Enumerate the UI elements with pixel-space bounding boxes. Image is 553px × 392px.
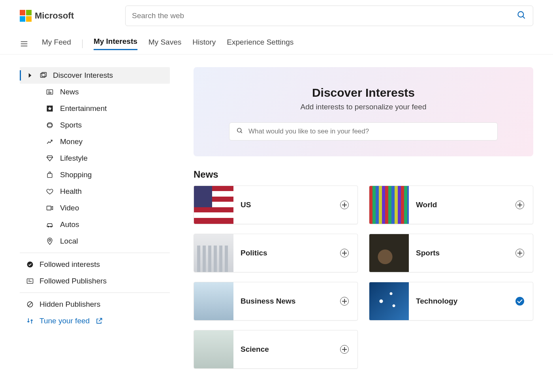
sidebar-item-video[interactable]: Video (46, 200, 170, 216)
add-icon[interactable] (340, 201, 349, 209)
external-link-icon (95, 317, 103, 325)
card-thumb (194, 282, 233, 320)
card-thumb (194, 330, 233, 368)
sidebar-item-local[interactable]: Local (46, 233, 170, 249)
microsoft-icon (20, 10, 32, 22)
nav-history[interactable]: History (192, 38, 216, 50)
sidebar-item-entertainment[interactable]: Entertainment (46, 100, 170, 117)
caret-right-icon (26, 71, 34, 79)
card-label: Science (233, 345, 340, 354)
sidebar-followed-interests[interactable]: Followed interests (20, 256, 170, 273)
add-icon[interactable] (515, 249, 524, 257)
svg-point-0 (518, 11, 523, 17)
interest-card-world[interactable]: World (369, 186, 533, 224)
sidebar-item-money[interactable]: Money (46, 133, 170, 150)
check-circle-icon (26, 261, 34, 268)
svg-rect-7 (47, 90, 53, 94)
add-icon[interactable] (340, 345, 349, 354)
sidebar-discover-interests[interactable]: Discover Interests (20, 67, 170, 84)
svg-point-18 (27, 262, 33, 268)
brand-name: Microsoft (35, 11, 74, 21)
pin-icon (46, 237, 54, 245)
cards-grid: USWorldPoliticsSportsBusiness NewsTechno… (194, 186, 533, 369)
add-icon[interactable] (340, 249, 349, 257)
sidebar-item-label: Autos (60, 220, 79, 229)
card-thumb (369, 282, 409, 320)
svg-rect-13 (47, 174, 52, 178)
card-label: World (409, 201, 515, 209)
header: Microsoft (0, 0, 553, 30)
nav-my-interests[interactable]: My Interests (94, 37, 137, 50)
svg-point-12 (47, 122, 52, 128)
add-icon[interactable] (340, 297, 349, 306)
top-nav: My Feed My Interests My Saves History Ex… (0, 30, 553, 54)
sidebar-item-lifestyle[interactable]: Lifestyle (46, 150, 170, 167)
sidebar-item-label: Tune your feed (40, 317, 90, 325)
sidebar-item-news[interactable]: News (46, 84, 170, 100)
block-icon (26, 300, 34, 308)
news-icon (46, 88, 54, 96)
interest-card-us[interactable]: US (194, 186, 358, 224)
svg-rect-19 (27, 279, 33, 283)
svg-point-17 (49, 239, 51, 241)
ball-icon (46, 121, 54, 129)
discover-banner: Discover Interests Add interests to pers… (194, 67, 533, 156)
interest-card-technology[interactable]: Technology (369, 282, 533, 321)
sidebar-item-label: News (60, 88, 79, 96)
add-icon[interactable] (515, 201, 524, 209)
sidebar-item-health[interactable]: Health (46, 183, 170, 200)
sidebar-item-shopping[interactable]: Shopping (46, 167, 170, 183)
added-check-icon[interactable] (515, 297, 524, 306)
nav-my-saves[interactable]: My Saves (149, 38, 181, 50)
card-label: Business News (233, 297, 340, 306)
sidebar-tune-feed[interactable]: Tune your feed (20, 313, 170, 329)
card-label: Politics (233, 249, 340, 257)
card-thumb (369, 234, 409, 272)
diamond-icon (46, 154, 54, 162)
search-icon[interactable] (516, 10, 527, 22)
feed-search-box[interactable] (229, 122, 498, 141)
svg-line-1 (523, 16, 525, 18)
section-title: News (194, 169, 533, 180)
sidebar-item-autos[interactable]: Autos (46, 216, 170, 233)
sidebar: Discover Interests NewsEntertainmentSpor… (20, 67, 170, 369)
svg-line-25 (241, 132, 242, 133)
sidebar-item-sports[interactable]: Sports (46, 117, 170, 133)
interest-card-politics[interactable]: Politics (194, 234, 358, 272)
sidebar-item-label: Entertainment (60, 104, 107, 113)
svg-point-24 (237, 128, 241, 132)
sidebar-item-label: Shopping (60, 171, 92, 179)
sidebar-followed-publishers[interactable]: Followed Publishers (20, 273, 170, 289)
nav-my-feed[interactable]: My Feed (42, 38, 71, 50)
banner-title: Discover Interests (209, 86, 517, 99)
sidebar-item-label: Lifestyle (60, 154, 88, 163)
sidebar-item-label: Hidden Publishers (40, 300, 100, 309)
feed-search-input[interactable] (248, 128, 491, 135)
svg-rect-6 (42, 73, 47, 77)
hamburger-icon[interactable] (20, 39, 28, 48)
logo[interactable]: Microsoft (20, 10, 74, 22)
interest-card-science[interactable]: Science (194, 330, 358, 369)
interest-card-sports[interactable]: Sports (369, 234, 533, 272)
nav-divider (82, 39, 83, 48)
sidebar-item-label: Health (60, 187, 82, 196)
sidebar-item-label: Money (60, 137, 83, 146)
content: Discover Interests Add interests to pers… (194, 67, 533, 369)
sidebar-item-label: Video (60, 204, 79, 212)
video-icon (46, 204, 54, 212)
banner-subtitle: Add interests to personalize your feed (209, 103, 517, 111)
card-label: US (233, 201, 340, 209)
trend-icon (46, 138, 54, 146)
sidebar-hidden-publishers[interactable]: Hidden Publishers (20, 296, 170, 313)
card-thumb (369, 186, 409, 224)
svg-rect-5 (41, 73, 45, 77)
search-box[interactable] (125, 6, 533, 26)
card-label: Sports (409, 249, 515, 257)
interest-card-business-news[interactable]: Business News (194, 282, 358, 321)
nav-experience-settings[interactable]: Experience Settings (227, 38, 293, 50)
sidebar-item-label: Local (60, 237, 78, 246)
search-input[interactable] (132, 11, 516, 20)
svg-rect-14 (47, 206, 51, 210)
sidebar-item-label: Followed interests (40, 260, 100, 269)
sort-icon (26, 317, 34, 325)
